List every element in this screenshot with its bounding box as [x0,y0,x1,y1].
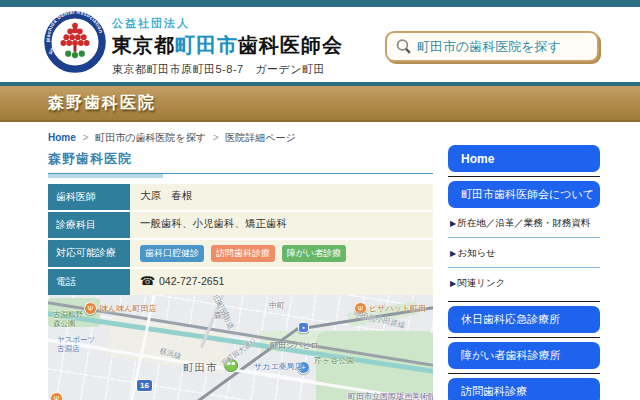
map-label-pizza-hut: ピザハット町田 [369,304,426,313]
poi-glyph: Ψ [54,395,60,400]
station-icon: ▪ [298,322,309,333]
section-title-accent [48,174,163,178]
page-banner: 森野歯科医院 [0,86,640,122]
sidebar-item-home[interactable]: Home [448,145,600,172]
route-16-shield: 16 [136,379,153,392]
map-label-shibahiro: 町田シバヒロ [270,341,319,350]
sidebar-nav: Home 町田市歯科医師会について ▶所在地／沿革／業務・財務資料 ▶お知らせ … [448,145,600,400]
sidebar-link-location[interactable]: ▶所在地／沿革／業務・財務資料 [448,208,600,238]
google-map[interactable]: Ψ Ψ ▪ + ▪ Ψ 16 味ん味ん町田店 古淵鵜野 森公園 ヤスポーツ 古淵… [48,295,433,400]
org-name-highlight: 町田市 [175,34,238,56]
dentist-name: 大原 春根 [130,184,433,210]
table-row-phone: 電話 ☎042-727-2651 [48,269,433,295]
sidebar-item-home-visit[interactable]: 訪問歯科診療 [448,378,600,400]
org-address: 東京都町田市原町田5-8-7 ガーデン町田 [112,62,343,77]
phone-number: 042-727-2651 [159,275,224,287]
find-dentist-search-button[interactable]: 町田市の歯科医院を探す [385,31,599,62]
sidebar-link-label: 関連リンク [457,277,505,288]
triangle-marker-icon: ▶ [450,219,456,228]
sidebar-divider [448,337,600,338]
triangle-marker-icon: ▶ [450,279,456,288]
sidebar-item-about[interactable]: 町田市歯科医師会について [448,181,600,208]
restaurant-glyph: Ψ [88,305,94,312]
sidebar-link-news[interactable]: ▶お知らせ [448,238,600,268]
table-row-departments: 診療科目 一般歯科、小児歯科、矯正歯科 [48,212,433,238]
services-badges: 歯科口腔健診 訪問歯科診療 障がい者診療 [130,240,433,267]
breadcrumb-current-page: 医院詳細ページ [225,132,295,143]
org-type-label: 公益社団法人 [112,16,343,31]
search-icon [395,38,412,55]
sidebar-link-label: 所在地／沿革／業務・財務資料 [457,217,590,228]
phone-value: ☎042-727-2651 [130,269,433,295]
top-border-bar [0,0,640,7]
status-badge-home-visit: 訪問歯科診療 [211,245,275,262]
breadcrumb-separator: > [213,132,219,143]
triangle-marker-icon: ▶ [450,249,456,258]
site-header: Machida Dental Association Since 1948 公益… [0,7,640,82]
org-name-suffix: 歯科医師会 [238,34,343,56]
sidebar-divider [448,301,600,302]
status-badge-disability-care: 障がい者診療 [282,245,346,262]
search-button-label: 町田市の歯科医院を探す [417,38,561,56]
sidebar-item-holiday-emergency[interactable]: 休日歯科応急診療所 [448,306,600,333]
restaurant-icon: Ψ [84,302,97,315]
sidebar-divider [448,373,600,374]
map-label-sports-store: ヤスポーツ 古淵店 [57,336,95,353]
row-header: 電話 [48,269,130,295]
association-logo[interactable]: Machida Dental Association Since 1948 [44,10,106,74]
station-glyph: ▪ [302,324,304,331]
page-title: 森野歯科医院 [48,86,640,120]
map-label-machida-city: 町田市 [183,361,218,373]
row-header: 対応可能診療 [48,240,130,267]
table-row-dentist: 歯科医師 大原 春根 [48,184,433,210]
map-label-serigaya-park: 芹ヶ谷公園 [314,356,354,365]
map-label-park: 古淵鵜野 森公園 [53,311,83,328]
breadcrumb-search-link[interactable]: 町田市の歯科医院を探す [95,132,206,143]
poi-icon: Ψ [50,392,63,400]
map-label-sakae-pharmacy: サカエ薬局店 [254,362,303,371]
breadcrumb-separator: > [83,132,89,143]
org-name: 東京都町田市歯科医師会 [112,32,343,59]
phone-icon: ☎ [140,274,155,288]
sidebar-link-label: お知らせ [457,247,496,258]
clinic-section-title: 森野歯科医院 [48,150,433,174]
row-header: 診療科目 [48,212,130,238]
org-name-prefix: 東京都 [112,34,175,56]
breadcrumb-home-link[interactable]: Home [48,132,76,143]
departments-value: 一般歯科、小児歯科、矯正歯科 [130,212,433,238]
status-badge-oral-checkup: 歯科口腔健診 [140,245,204,262]
sidebar-link-related[interactable]: ▶関連リンク [448,268,600,297]
sidebar-divider [448,176,600,177]
map-label-restaurant: 味ん味ん町田店 [100,304,156,313]
sidebar-item-disability-clinic[interactable]: 障がい者歯科診療所 [448,342,600,369]
map-label-museum: 町田市立国際版画美術館 [348,392,433,400]
breadcrumb: Home > 町田市の歯科医院を探す > 医院詳細ページ [48,131,296,145]
table-row-services: 対応可能診療 歯科口腔健診 訪問歯科診療 障がい者診療 [48,240,433,267]
row-header: 歯科医師 [48,184,130,210]
map-label-nakamachi: 中町 [269,301,285,310]
